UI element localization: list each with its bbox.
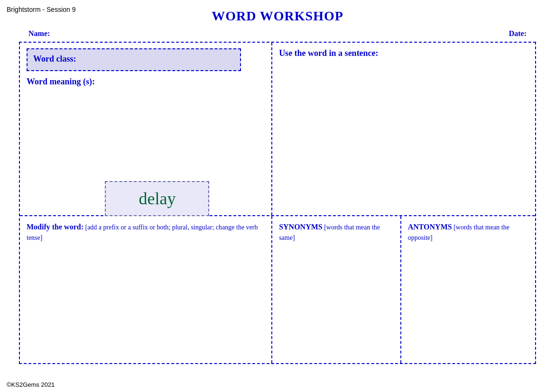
name-label: Name:	[28, 29, 50, 38]
bottom-left: Modify the word: [add a prefix or a suff…	[20, 216, 272, 363]
top-section: Word class: Word meaning (s): delay Use …	[20, 43, 535, 216]
session-label: Brightstorm - Session 9	[7, 6, 76, 13]
copyright: ©KS2Gems 2021	[7, 381, 55, 388]
page-container: Brightstorm - Session 9 WORD WORKSHOP Na…	[0, 0, 555, 392]
synonyms-bold: SYNONYMS	[279, 223, 323, 231]
left-panel: Word class: Word meaning (s): delay	[20, 43, 272, 215]
word-class-box: Word class:	[27, 48, 241, 71]
bottom-middle: SYNONYMS [words that mean the same]	[272, 216, 401, 363]
bottom-right: ANTONYMS [words that mean the opposite]	[401, 216, 535, 363]
header-row: Name: Date:	[19, 29, 536, 38]
modify-heading: Modify the word: [add a prefix or a suff…	[27, 222, 265, 243]
bottom-section: Modify the word: [add a prefix or a suff…	[20, 216, 535, 363]
center-word-container: delay	[105, 181, 209, 216]
use-sentence-heading: Use the word in a sentence:	[279, 48, 528, 58]
synonyms-heading: SYNONYMS [words that mean the same]	[279, 222, 394, 243]
modify-bold: Modify the word:	[27, 223, 83, 231]
center-word-box: delay	[105, 181, 209, 216]
date-label: Date:	[509, 29, 527, 38]
antonyms-heading: ANTONYMS [words that mean the opposite]	[408, 222, 528, 243]
word-class-heading: Word class:	[33, 54, 76, 64]
right-panel: Use the word in a sentence:	[272, 43, 535, 215]
word-meaning-heading: Word meaning (s):	[27, 77, 265, 87]
outer-table: Word class: Word meaning (s): delay Use …	[19, 42, 536, 364]
main-title: WORD WORKSHOP	[19, 5, 536, 24]
antonyms-bold: ANTONYMS	[408, 223, 452, 231]
center-word: delay	[139, 189, 176, 208]
